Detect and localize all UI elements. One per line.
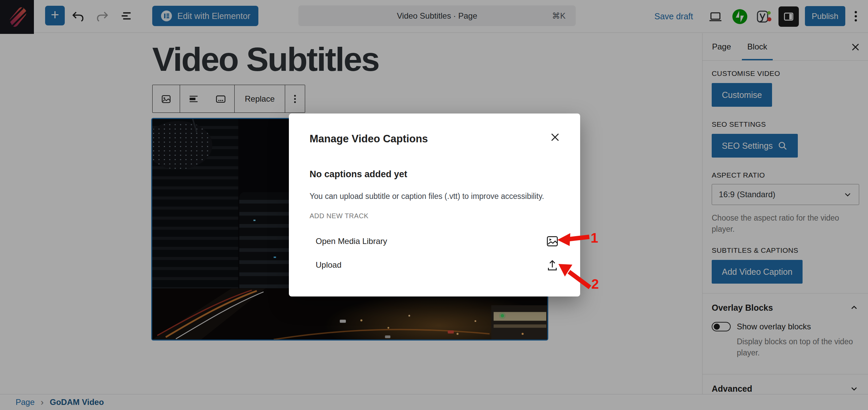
- empty-state-title: No captions added yet: [310, 169, 407, 180]
- open-media-library-item[interactable]: Open Media Library: [310, 229, 559, 253]
- close-modal-icon[interactable]: [549, 131, 561, 143]
- empty-state-description: You can upload subtitle or caption files…: [310, 192, 544, 201]
- upload-icon: [545, 258, 559, 272]
- open-media-library-label: Open Media Library: [316, 237, 387, 246]
- upload-label: Upload: [316, 260, 341, 270]
- media-library-icon: [545, 234, 559, 248]
- modal-title: Manage Video Captions: [310, 133, 428, 145]
- upload-item[interactable]: Upload: [310, 253, 559, 277]
- manage-video-captions-modal: Manage Video Captions No captions added …: [289, 114, 580, 296]
- add-new-track-label: ADD NEW TRACK: [310, 212, 369, 220]
- editor-window: + Edit with Elementor Video Subti: [0, 0, 868, 410]
